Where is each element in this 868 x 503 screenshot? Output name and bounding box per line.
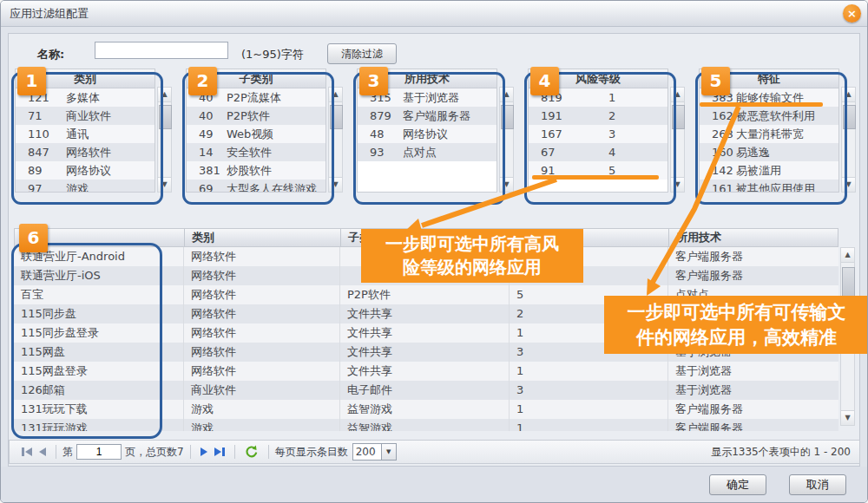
table-cell: 客户端服务器 [668,419,838,431]
list-scrollbar[interactable]: ▲ ▼ [670,87,685,193]
divider [56,445,56,459]
list-item[interactable]: 89网络协议 [16,161,155,180]
item-label: 被其他应用使用 [736,180,815,193]
table-cell: 基于浏览器 [668,362,838,381]
list-item[interactable]: 1673 [529,125,667,143]
callout-risk-level: 一步即可选中所有高风 险等级的网络应用 [361,229,583,283]
list-item[interactable]: 381炒股软件 [187,161,326,180]
per-page-label: 每页显示条目数 [275,445,348,460]
list-item[interactable]: 161被其他应用使用 [700,180,838,193]
table-row[interactable]: 131玩玩游戏游戏益智游戏1客户端服务器 [14,419,838,431]
per-page-value: 200 [352,443,382,461]
list-item[interactable]: 879客户端服务器 [358,107,496,125]
chevron-down-icon: ▼ [386,448,391,455]
list-scrollbar[interactable]: ▲ ▼ [157,87,172,193]
scroll-up-button[interactable]: ▲ [842,88,855,102]
item-count: 167 [529,125,608,143]
callout-text: 件的网络应用，高效精准 [604,325,868,350]
table-cell: 益智游戏 [340,400,510,419]
per-page-dropdown-button[interactable]: ▼ [381,443,397,461]
item-label: 网络软件 [66,143,111,161]
table-row[interactable]: 126邮箱商业软件电子邮件3基于浏览器 [14,381,838,400]
list-item[interactable]: 49Web视频 [187,125,326,143]
item-count: 110 [16,125,66,143]
item-count: 67 [529,143,608,161]
scroll-down-button[interactable]: ▼ [500,177,513,192]
dialog-title: 应用过滤组配置 [10,1,89,27]
scroll-up-button[interactable]: ▲ [671,88,684,102]
list-scrollbar[interactable]: ▲ ▼ [328,87,343,193]
scroll-down-button[interactable]: ▼ [671,177,684,192]
list-item[interactable]: 160易逃逸 [700,143,838,161]
item-count: 162 [700,107,736,125]
table-cell: 115网盘 [14,343,184,362]
prev-page-button[interactable] [39,447,46,456]
scroll-thumb[interactable] [842,267,855,298]
scroll-down-button[interactable]: ▼ [158,177,171,192]
scroll-down-button[interactable]: ▼ [842,177,855,192]
last-page-button[interactable] [214,447,225,456]
item-label: 能够传输文件 [736,88,804,107]
clear-filter-button[interactable]: 清除过滤 [327,43,397,64]
list-item[interactable]: 162被恶意软件利用 [700,107,838,125]
list-item[interactable]: 93点对点 [358,143,496,161]
list-item[interactable]: 915 [529,161,667,180]
next-page-button[interactable] [201,447,207,456]
scroll-down-button[interactable]: ▼ [329,177,342,192]
item-label: 大型多人在线游戏 [227,180,317,193]
scroll-thumb[interactable] [672,105,685,129]
list-scrollbar[interactable]: ▲ ▼ [841,87,856,193]
table-cell: 益智游戏 [340,419,510,431]
table-cell: 126邮箱 [14,381,184,400]
list-scrollbar[interactable]: ▲ ▼ [499,87,514,193]
table-cell: 1 [510,362,668,381]
scroll-thumb[interactable] [501,105,514,129]
item-count: 879 [358,107,403,125]
list-item[interactable]: 142易被滥用 [700,161,838,180]
last-page-icon [222,447,225,456]
table-header-category: 类别 [185,229,341,246]
page-number-input[interactable] [76,444,122,460]
close-icon[interactable]: × [843,4,861,23]
table-cell: 网络软件 [184,285,340,304]
item-count: 49 [187,125,227,143]
table-cell: 文件共享 [340,343,510,362]
callout-file-transfer: 一步即可选中所有可传输文 件的网络应用，高效精准 [604,296,868,354]
scroll-thumb[interactable] [159,105,172,129]
refresh-icon [245,445,259,459]
table-row[interactable]: 115网盘登录网络软件文件共享1基于浏览器 [14,362,838,381]
list-item[interactable]: 1912 [529,107,667,125]
scroll-up-button[interactable]: ▲ [500,88,513,102]
scroll-down-button[interactable]: ▼ [841,410,854,425]
table-cell: 131玩玩游戏 [14,419,184,431]
list-item[interactable]: 674 [529,143,667,161]
list-item[interactable]: 14安全软件 [187,143,326,161]
divider [234,445,235,459]
ok-button[interactable]: 确定 [709,474,766,495]
chevron-down-icon: ▼ [845,180,851,188]
scroll-thumb[interactable] [330,105,343,129]
scroll-up-button[interactable]: ▲ [329,88,342,102]
table-cell: P2P软件 [340,285,510,304]
first-page-button[interactable] [22,447,32,456]
name-input[interactable] [95,42,228,59]
cancel-button[interactable]: 取消 [789,474,846,495]
table-row[interactable]: 131玩玩下载游戏益智游戏1客户端服务器 [14,400,838,419]
list-item[interactable]: 40P2P软件 [187,107,326,125]
list-item[interactable]: 69大型多人在线游戏 [187,180,326,193]
list-rows: 315基于浏览器879客户端服务器48网络协议93点对点 [358,88,496,161]
annotation-badge: 1 [17,67,46,95]
list-item[interactable]: 847网络软件 [16,143,155,161]
refresh-button[interactable] [245,445,259,459]
list-item[interactable]: 268大量消耗带宽 [700,125,838,143]
list-item[interactable]: 110通讯 [16,125,155,143]
item-count: 48 [358,125,403,143]
list-item[interactable]: 48网络协议 [358,125,496,143]
annotation-badge: 5 [701,67,730,95]
list-item[interactable]: 71商业软件 [16,107,155,125]
scroll-up-button[interactable]: ▲ [841,248,854,263]
scroll-up-button[interactable]: ▲ [158,88,171,102]
item-count: 161 [700,180,736,193]
list-item[interactable]: 97游戏 [16,180,155,193]
scroll-thumb[interactable] [843,105,856,129]
